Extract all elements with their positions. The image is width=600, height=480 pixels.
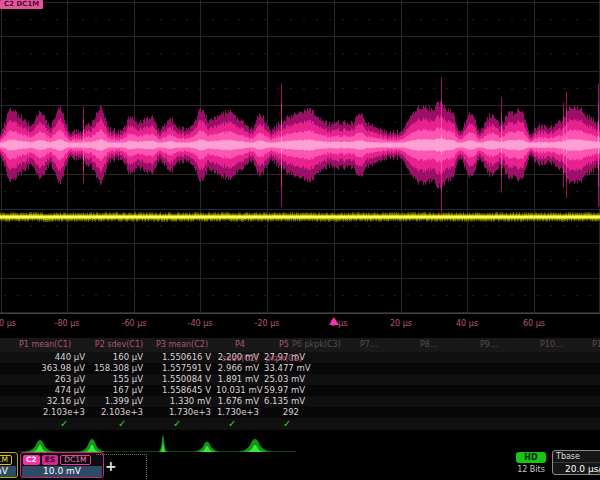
measure-value: 1.730e+3 <box>148 407 216 418</box>
axis-tick-label: -20 μs <box>255 319 280 328</box>
measure-value: 1.550084 V <box>148 374 216 385</box>
measure-value: 1.730e+3 <box>216 407 264 418</box>
measure-value: 474 μV <box>0 385 90 396</box>
axis-tick-label: -80 μs <box>55 319 80 328</box>
channel-c2-descriptor[interactable]: C2 ES DC1M 10.0 mV <box>20 452 104 478</box>
timebase-descriptor[interactable]: Tbase 20.0 μs/div <box>552 450 600 475</box>
waveform-grid[interactable] <box>0 0 600 316</box>
c2-coupling-badge: DC1M <box>60 455 90 465</box>
measure-header-9[interactable]: P9... <box>480 338 498 352</box>
measure-value: 59.97 mV <box>264 385 304 396</box>
measure-value: 158.308 μV <box>90 363 148 374</box>
measure-value: 1.550616 V <box>148 352 216 363</box>
measure-status-ok-icon: ✓ <box>60 418 68 430</box>
measure-header-1[interactable]: P1 mean(C1) <box>0 338 90 352</box>
measure-value: 167 μV <box>90 385 148 396</box>
measure-header-8[interactable]: P8... <box>420 338 438 352</box>
channel-c1-descriptor[interactable]: C1 DC1M 10.0 mV <box>0 452 18 478</box>
axis-tick-label: 20 μs <box>390 319 412 328</box>
measure-status-ok-icon: ✓ <box>228 418 236 430</box>
timebase-title: Tbase <box>553 451 600 463</box>
measure-status-ok-icon: ✓ <box>283 418 291 430</box>
measure-value: 32.16 μV <box>0 396 90 407</box>
measurement-status-row: ✓✓✓✓✓ <box>0 418 600 430</box>
measure-value: 10.031 mV <box>216 385 264 396</box>
measure-value: 1.676 mV <box>216 396 264 407</box>
measure-status-ok-icon: ✓ <box>118 418 126 430</box>
measure-value: 1.399 μV <box>90 396 148 407</box>
plus-icon: + <box>105 458 117 474</box>
trace-label-c2[interactable]: C2 DC1M <box>0 0 43 9</box>
add-trace-button[interactable]: + <box>96 454 147 480</box>
measure-value: 6.135 mV <box>264 396 304 407</box>
measure-value: 363.98 μV <box>0 363 90 374</box>
measure-status-ok-icon: ✓ <box>173 418 181 430</box>
measure-value: 2.103e+3 <box>90 407 148 418</box>
measure-value: 292 <box>264 407 304 418</box>
measure-value: 1.891 mV <box>216 374 264 385</box>
measure-value: 25.03 mV <box>264 374 304 385</box>
measure-header-3[interactable]: P3 mean(C2) <box>148 338 216 352</box>
measure-value: 2.103e+3 <box>0 407 90 418</box>
measure-value: 1.558645 V <box>148 385 216 396</box>
c2-es-badge: ES <box>42 455 59 465</box>
c2-label: C2 <box>23 455 40 465</box>
axis-tick-label: -40 μs <box>188 319 213 328</box>
measure-value: 440 μV <box>0 352 90 363</box>
measure-value: 1.330 mV <box>148 396 216 407</box>
timebase-value: 20.0 μs/div <box>553 463 600 474</box>
trigger-position-marker[interactable] <box>329 317 339 325</box>
c1-coupling-badge: DC1M <box>0 455 12 465</box>
measure-header-2[interactable]: P2 sdev(C1) <box>90 338 148 352</box>
measure-header-6[interactable]: P6 pkpk(C3) <box>292 338 341 352</box>
measure-header-4[interactable]: P4 sdev(C2) <box>216 338 264 352</box>
axis-tick-label: -60 μs <box>122 319 147 328</box>
measure-value: 1.557591 V <box>148 363 216 374</box>
measure-value: 160 μV <box>90 352 148 363</box>
c2-volts-per-div: 10.0 mV <box>22 466 102 477</box>
hd-bits-label: 12 Bits <box>512 465 550 474</box>
measurement-table: P1 mean(C1)P2 sdev(C1)P3 mean(C2)P4 sdev… <box>0 338 600 418</box>
measure-header-11[interactable]: P11 <box>592 338 600 352</box>
axis-tick-label: -100 μs <box>0 319 16 328</box>
c1-volts-per-div: 10.0 mV <box>0 466 16 477</box>
measure-header-10[interactable]: P10... <box>540 338 563 352</box>
measure-value: 155 μV <box>90 374 148 385</box>
hd-mode-badge: HD <box>516 452 546 463</box>
measure-value: 263 μV <box>0 374 90 385</box>
measure-header-7[interactable]: P7... <box>360 338 378 352</box>
axis-tick-label: 60 μs <box>523 319 545 328</box>
axis-tick-label: 40 μs <box>456 319 478 328</box>
oscilloscope-screen: C2 DC1M -100 μs-80 μs-60 μs-40 μs-20 μs0… <box>0 0 600 480</box>
histicon-strip[interactable] <box>0 430 600 453</box>
